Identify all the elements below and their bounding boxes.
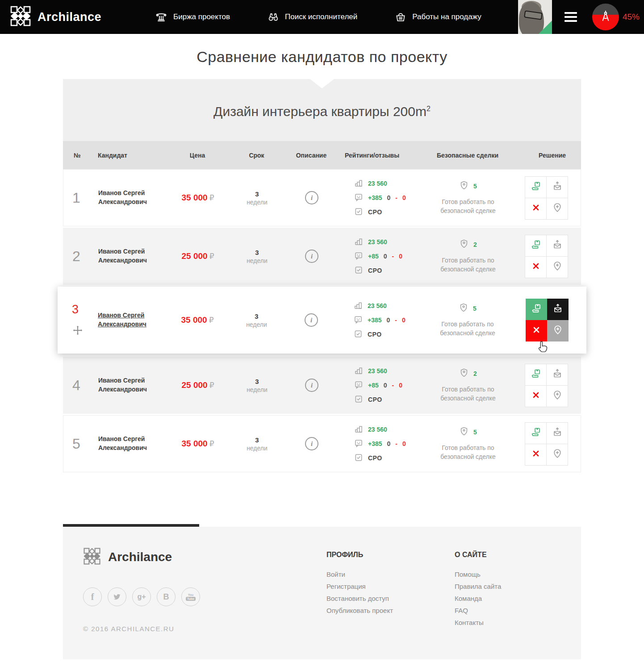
- add-location-button[interactable]: [547, 320, 569, 341]
- project-title: Дизайн интерьера квартиры 200m2: [63, 79, 581, 119]
- nav-item-works-for-sale[interactable]: Работы на продажу: [395, 11, 481, 23]
- reviews-separator: -: [395, 194, 397, 201]
- footer-brand[interactable]: Archilance: [83, 547, 326, 567]
- pin-plus-icon: [552, 390, 563, 402]
- send-message-button[interactable]: [547, 364, 568, 385]
- top-navigation-bar: Archilance Биржа проектов Поиск исполнит…: [0, 0, 644, 34]
- row-number-cell: 1: [63, 190, 88, 206]
- column-header-ratings: Рейтинги/отзывы: [340, 152, 430, 159]
- add-location-button[interactable]: [547, 198, 568, 219]
- send-message-button[interactable]: [547, 423, 568, 444]
- twitter-icon[interactable]: [108, 587, 126, 606]
- rating-value: 23 560: [368, 367, 387, 375]
- menu-icon[interactable]: [565, 12, 577, 22]
- footer-link-restore-access[interactable]: Востановить доступ: [326, 595, 455, 602]
- add-location-button[interactable]: [547, 257, 568, 278]
- footer-link-faq[interactable]: FAQ: [455, 607, 581, 614]
- reject-candidate-button[interactable]: [525, 444, 546, 465]
- footer-link-login[interactable]: Войти: [326, 570, 455, 578]
- info-icon[interactable]: i: [305, 313, 318, 327]
- checkbox-icon: [354, 266, 363, 276]
- choose-candidate-button[interactable]: [525, 423, 546, 444]
- close-x-icon: [532, 325, 541, 336]
- safe-deals-cell: 2 Готов работать побезопасной сделке: [430, 368, 524, 403]
- vk-icon[interactable]: B: [157, 587, 176, 606]
- choose-candidate-button[interactable]: [525, 177, 546, 198]
- choose-candidate-button[interactable]: [526, 299, 547, 320]
- reviews-separator: -: [395, 316, 397, 324]
- footer-link-team[interactable]: Команда: [455, 595, 581, 602]
- pin-plus-icon: [552, 261, 563, 273]
- candidate-row: 2 Иванов СергейАлександрович 25 000₽ 3 н…: [63, 228, 581, 285]
- rating-views-line: 23 560: [354, 366, 430, 376]
- info-icon[interactable]: i: [305, 250, 318, 263]
- footer-link-help[interactable]: Помощь: [455, 570, 581, 578]
- reject-candidate-button[interactable]: [525, 257, 546, 278]
- info-icon[interactable]: i: [305, 379, 318, 392]
- user-avatar[interactable]: [518, 0, 552, 34]
- page-title: Сравнение кандидатов по проекту: [0, 34, 644, 79]
- candidate-name[interactable]: Иванов СергейАлександрович: [88, 435, 164, 452]
- candidate-name[interactable]: Иванов СергейАлександрович: [88, 189, 164, 206]
- nav-item-projects-exchange[interactable]: Биржа проектов: [155, 11, 230, 23]
- candidate-name[interactable]: Иванов СергейАлександрович: [88, 247, 164, 265]
- info-icon[interactable]: i: [305, 191, 318, 204]
- youtube-icon[interactable]: You Tube: [181, 587, 200, 606]
- table-body: 1 Иванов СергейАлександрович 35 000₽ 3 н…: [63, 169, 581, 472]
- column-icon: [155, 11, 167, 23]
- decision-buttons: [526, 299, 569, 341]
- send-message-button[interactable]: [547, 299, 569, 320]
- reviews-line: +385 0 - 0: [354, 315, 430, 325]
- price-cell: 25 000₽: [164, 251, 231, 261]
- footer-section: Archilance f g+ B You Tube © 2016 ARCHIL…: [63, 524, 581, 659]
- binoculars-icon: [268, 11, 279, 23]
- row-number: 1: [72, 190, 88, 206]
- description-cell: i: [283, 437, 341, 450]
- add-location-button[interactable]: [547, 386, 568, 407]
- candidate-name[interactable]: Иванов СергейАлександрович: [88, 311, 164, 329]
- reviews-negative: 0: [399, 253, 402, 260]
- google-plus-icon[interactable]: g+: [132, 587, 151, 606]
- footer-column-title: ПРОФИЛЬ: [326, 547, 455, 559]
- price-cell: 35 000₽: [164, 193, 231, 203]
- choose-candidate-button[interactable]: [525, 364, 546, 385]
- safe-deals-count: 5: [473, 429, 477, 436]
- profile-progress-circle[interactable]: [592, 4, 619, 30]
- safe-deals-text: Готов работать побезопасной сделке: [430, 320, 506, 338]
- description-cell: i: [283, 379, 341, 392]
- mail-send-icon: [552, 181, 563, 193]
- footer-link-site-rules[interactable]: Правила сайта: [455, 583, 581, 590]
- compass-icon: [599, 9, 612, 25]
- choose-candidate-button[interactable]: [525, 235, 546, 256]
- safe-deals-text: Готов работать побезопасной сделке: [430, 443, 506, 462]
- row-number: 5: [72, 436, 88, 452]
- drag-handle-icon[interactable]: [72, 325, 88, 338]
- reviews-positive: +385: [368, 316, 382, 324]
- footer-link-contacts[interactable]: Контакты: [455, 619, 581, 626]
- decision-cell: [524, 422, 581, 466]
- send-message-button[interactable]: [547, 177, 568, 198]
- brand[interactable]: Archilance: [10, 5, 101, 29]
- reject-candidate-button[interactable]: [525, 198, 546, 219]
- info-icon[interactable]: i: [305, 437, 318, 450]
- footer-link-register[interactable]: Регистрация: [326, 583, 455, 590]
- ratings-cell: 23 560 +85 0 - 0: [341, 237, 430, 276]
- reviews-negative: 0: [399, 382, 402, 389]
- candidate-name[interactable]: Иванов СергейАлександрович: [88, 376, 164, 394]
- row-number-cell: 3: [63, 303, 88, 338]
- checkbox-icon: [354, 395, 363, 405]
- nav-item-find-performers[interactable]: Поиск исполнителей: [268, 11, 357, 23]
- row-number-cell: 4: [63, 377, 88, 394]
- shield-icon: [459, 368, 469, 379]
- row-number-cell: 2: [63, 248, 88, 265]
- reject-candidate-button[interactable]: [525, 386, 546, 407]
- reviews-separator: -: [392, 382, 394, 389]
- add-location-button[interactable]: [547, 444, 568, 465]
- ruble-sign: ₽: [209, 252, 214, 261]
- reject-candidate-button[interactable]: [526, 320, 547, 341]
- facebook-icon[interactable]: f: [83, 587, 102, 606]
- reviews-positive: +385: [368, 194, 382, 201]
- send-message-button[interactable]: [547, 235, 568, 256]
- footer-link-publish-project[interactable]: Опубликовать проект: [326, 607, 455, 614]
- term-value: 3: [231, 312, 282, 320]
